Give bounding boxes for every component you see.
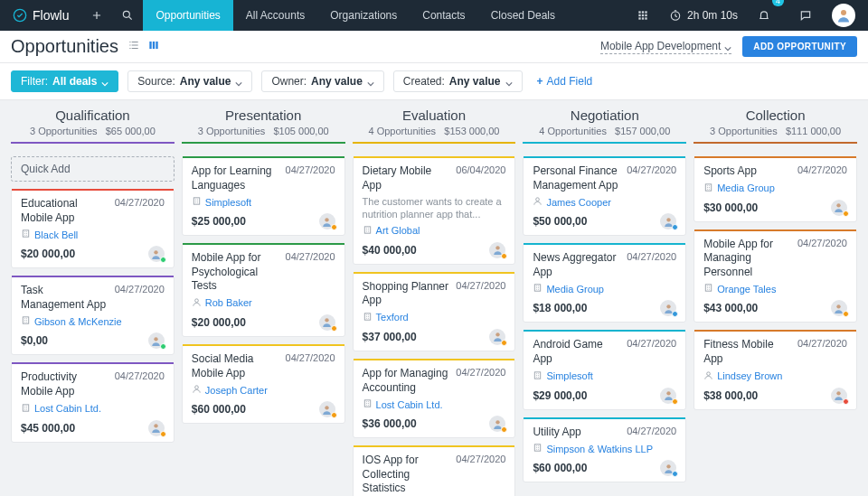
opportunity-card[interactable]: Personal Finance Management App04/27/202…	[523, 156, 686, 236]
pipeline-selector[interactable]: Mobile App Development	[600, 40, 731, 54]
card-account-link[interactable]: Simplesoft	[546, 370, 592, 381]
person-icon	[533, 196, 542, 206]
card-account[interactable]: Joseph Carter	[192, 384, 335, 396]
card-account[interactable]: Lost Cabin Ltd.	[21, 403, 165, 415]
card-amount: $45 000,00	[21, 422, 75, 435]
add-button[interactable]	[81, 0, 112, 31]
card-account-link[interactable]: Simplesoft	[205, 197, 251, 208]
card-account-link[interactable]: Media Group	[546, 284, 604, 295]
card-account[interactable]: Media Group	[703, 182, 847, 194]
card-account[interactable]: Rob Baker	[192, 297, 335, 309]
card-account[interactable]: Art Global	[363, 225, 506, 237]
card-account-link[interactable]: Lost Cabin Ltd.	[34, 403, 101, 414]
card-account-link[interactable]: Media Group	[717, 182, 775, 193]
opportunity-card[interactable]: Mobile App for Psychological Tests04/27/…	[182, 243, 345, 337]
card-account[interactable]: Simplesoft	[192, 196, 335, 208]
opportunity-card[interactable]: Task Management App04/27/2020Gibson & Mc…	[11, 276, 175, 355]
card-account-link[interactable]: Orange Tales	[717, 284, 776, 295]
card-account[interactable]: Orange Tales	[703, 283, 847, 295]
add-field-label: Add Field	[547, 75, 593, 88]
svg-rect-22	[193, 198, 199, 204]
assignee-avatar[interactable]	[148, 332, 165, 349]
assignee-avatar[interactable]	[831, 300, 847, 316]
card-account[interactable]: Lost Cabin Ltd.	[363, 398, 506, 410]
apps-button[interactable]	[627, 0, 658, 31]
assignee-avatar[interactable]	[148, 420, 165, 436]
kanban-view-button[interactable]	[147, 39, 160, 54]
card-account[interactable]: Gibson & McKenzie	[21, 315, 165, 327]
card-account[interactable]: Media Group	[533, 283, 676, 295]
grid-icon	[637, 9, 649, 22]
assignee-avatar[interactable]	[489, 416, 505, 432]
column-name: Presentation	[182, 108, 345, 123]
opportunity-card[interactable]: App for Managing Accounting04/27/2020Los…	[353, 359, 516, 438]
opportunity-card[interactable]: Sports App04/27/2020Media Group$30 000,0…	[693, 156, 857, 222]
card-account[interactable]: Simpson & Watkins LLP	[533, 443, 676, 454]
svg-point-21	[155, 424, 158, 427]
card-account-link[interactable]: Lindsey Brown	[717, 370, 782, 381]
opportunity-card[interactable]: Fitness Mobile App04/27/2020Lindsey Brow…	[693, 330, 857, 409]
add-opportunity-button[interactable]: ADD OPPORTUNITY	[742, 36, 857, 57]
card-account-link[interactable]: Rob Baker	[205, 297, 252, 308]
opportunity-card[interactable]: Social Media Mobile App04/27/2020Joseph …	[182, 344, 345, 424]
timer[interactable]: 2h 0m 10s	[669, 9, 738, 22]
svg-rect-20	[23, 404, 28, 410]
card-list: Quick AddEducational Mobile App04/27/202…	[11, 156, 175, 443]
assignee-avatar[interactable]	[148, 246, 165, 262]
assignee-avatar[interactable]	[489, 329, 505, 345]
opportunity-card[interactable]: News Aggregator App04/27/2020Media Group…	[523, 243, 686, 323]
opportunity-card[interactable]: Productivity Mobile App04/27/2020Lost Ca…	[11, 362, 175, 442]
opportunity-card[interactable]: Dietary Mobile App06/04/2020The customer…	[353, 156, 516, 265]
card-account[interactable]: Lindsey Brown	[703, 370, 847, 382]
user-avatar[interactable]	[832, 4, 855, 27]
card-account-link[interactable]: Gibson & McKenzie	[34, 316, 122, 327]
assignee-avatar[interactable]	[660, 460, 676, 476]
nav-organizations[interactable]: Organizations	[317, 0, 410, 31]
assignee-avatar[interactable]	[319, 314, 335, 331]
opportunity-card[interactable]: Shopping Planner App04/27/2020Texford$37…	[353, 272, 516, 351]
opportunity-card[interactable]: IOS App for Collecting Statistics04/27/2…	[353, 445, 516, 496]
card-list: Dietary Mobile App06/04/2020The customer…	[353, 156, 516, 496]
assignee-avatar[interactable]	[831, 200, 847, 216]
card-account[interactable]: Simplesoft	[533, 370, 676, 382]
assignee-avatar[interactable]	[831, 388, 847, 404]
filter-source[interactable]: Source: Any value	[127, 70, 252, 92]
messages-button[interactable]	[790, 0, 821, 31]
assignee-avatar[interactable]	[660, 300, 676, 316]
card-account-link[interactable]: Lost Cabin Ltd.	[376, 399, 443, 410]
assignee-avatar[interactable]	[319, 213, 335, 229]
assignee-avatar[interactable]	[489, 242, 505, 258]
nav-contacts[interactable]: Contacts	[410, 0, 477, 31]
assignee-avatar[interactable]	[660, 213, 676, 229]
card-account[interactable]: Texford	[363, 312, 506, 323]
nav-opportunities[interactable]: Opportunities	[143, 0, 232, 31]
search-button[interactable]	[112, 0, 143, 31]
opportunity-card[interactable]: Educational Mobile App04/27/2020Black Be…	[11, 189, 175, 268]
nav-closed-deals[interactable]: Closed Deals	[478, 0, 568, 31]
add-field-button[interactable]: + Add Field	[532, 71, 599, 91]
opportunity-card[interactable]: App for Learning Languages04/27/2020Simp…	[182, 156, 345, 236]
assignee-avatar[interactable]	[319, 401, 335, 417]
opportunity-card[interactable]: Android Game App04/27/2020Simplesoft$29 …	[523, 330, 686, 409]
card-account-link[interactable]: Joseph Carter	[205, 385, 268, 396]
card-account[interactable]: Black Bell	[21, 229, 165, 240]
card-account-link[interactable]: Art Global	[376, 225, 420, 236]
opportunity-card[interactable]: Utility App04/27/2020Simpson & Watkins L…	[523, 417, 686, 483]
quick-add-button[interactable]: Quick Add	[11, 156, 175, 182]
card-list: Sports App04/27/2020Media Group$30 000,0…	[693, 156, 857, 410]
card-account-link[interactable]: Simpson & Watkins LLP	[546, 444, 653, 454]
assignee-avatar[interactable]	[660, 388, 676, 404]
card-account-link[interactable]: James Cooper	[546, 197, 611, 208]
card-title: Social Media Mobile App	[192, 352, 280, 380]
opportunity-card[interactable]: Mobile App for Managing Personnel04/27/2…	[693, 229, 857, 323]
logo[interactable]: Flowlu	[0, 8, 81, 23]
nav-all-accounts[interactable]: All Accounts	[233, 0, 317, 31]
notifications-button[interactable]: 4	[749, 0, 779, 31]
card-account[interactable]: James Cooper	[533, 196, 676, 208]
filter-main[interactable]: Filter: All deals	[11, 70, 118, 92]
card-account-link[interactable]: Black Bell	[34, 229, 78, 240]
filter-owner[interactable]: Owner: Any value	[261, 70, 383, 92]
card-account-link[interactable]: Texford	[376, 312, 409, 323]
filter-created[interactable]: Created: Any value	[393, 70, 523, 92]
list-view-button[interactable]	[127, 39, 140, 54]
